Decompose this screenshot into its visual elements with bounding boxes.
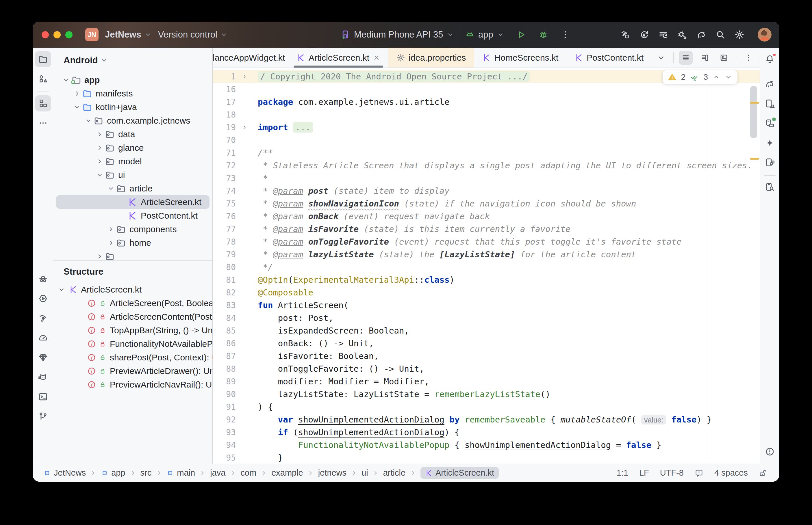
- profiler-gauge-button[interactable]: [35, 330, 51, 346]
- chevron-down-icon[interactable]: [94, 170, 105, 180]
- project-folder-button[interactable]: [35, 51, 51, 67]
- breadcrumb-JetNews[interactable]: JetNews: [43, 468, 86, 478]
- tree-item-ArticleScreen.kt[interactable]: ArticleScreen.kt: [56, 195, 209, 209]
- code-area[interactable]: 1/ Copyright 2020 The Android Open Sourc…: [213, 68, 760, 464]
- breadcrumb-app[interactable]: app: [101, 468, 125, 478]
- gutter[interactable]: 86: [213, 337, 254, 350]
- app-quality-insights-button[interactable]: [35, 271, 51, 287]
- logcat-cat-button[interactable]: [35, 369, 51, 385]
- status-utf-8[interactable]: UTF-8: [660, 468, 684, 478]
- build-hammer-tool-button[interactable]: [35, 310, 51, 326]
- chevron-right-icon[interactable]: [72, 88, 82, 99]
- code-line-16[interactable]: 16: [213, 83, 760, 95]
- tree-item-kotlin+java[interactable]: kotlin+java: [56, 100, 209, 114]
- gutter[interactable]: 93: [213, 426, 254, 439]
- chevron-right-icon[interactable]: [94, 142, 105, 153]
- tab-PostContent.kt[interactable]: PostContent.kt: [566, 48, 652, 68]
- lock-open-status-icon[interactable]: [759, 469, 768, 477]
- chevron-right-icon[interactable]: [94, 251, 105, 261]
- zoom-window-button[interactable]: [65, 31, 73, 39]
- build-hammer-icon[interactable]: [620, 30, 630, 40]
- device-mirroring-button[interactable]: [762, 154, 778, 171]
- code-line-73[interactable]: 73 *: [213, 172, 760, 184]
- gutter[interactable]: 94: [213, 439, 254, 451]
- services-hexagon-play-button[interactable]: [35, 290, 51, 307]
- tab-idea.properties[interactable]: idea.properties: [388, 48, 474, 68]
- structure-item[interactable]: fsharePost(Post, Context): Un: [53, 350, 212, 364]
- breadcrumb-example[interactable]: example: [271, 468, 303, 478]
- tree-item-data[interactable]: data: [56, 127, 209, 141]
- settings-gear-icon[interactable]: [735, 30, 744, 40]
- structure-squares-button[interactable]: [35, 95, 51, 111]
- code-line-95[interactable]: 95 }: [213, 451, 760, 464]
- search-icon[interactable]: [715, 30, 725, 40]
- gutter[interactable]: 90: [213, 388, 254, 401]
- more-horizontal-button[interactable]: [35, 115, 51, 131]
- inspection-bubble-icon[interactable]: [695, 469, 703, 477]
- tree-item-ui[interactable]: ui: [56, 168, 209, 182]
- code-line-19[interactable]: 19import ...: [213, 121, 760, 134]
- tree-item-PostContent.kt[interactable]: PostContent.kt: [56, 209, 209, 222]
- tree-item-model[interactable]: model: [56, 154, 209, 168]
- code-line-18[interactable]: 18: [213, 108, 760, 121]
- code-line-90[interactable]: 90 lazyListState: LazyListState = rememb…: [213, 388, 760, 401]
- gutter[interactable]: 92: [213, 413, 254, 426]
- breadcrumb-java[interactable]: java: [210, 468, 225, 478]
- structure-item[interactable]: fArticleScreen(Post, Boolean,: [53, 296, 212, 310]
- code-line-89[interactable]: 89 modifier: Modifier = Modifier,: [213, 375, 760, 388]
- code-line-80[interactable]: 80 */: [213, 261, 760, 273]
- gutter[interactable]: 87: [213, 350, 254, 362]
- chevron-right-icon[interactable]: [106, 238, 116, 248]
- code-line-83[interactable]: 83fun ArticleScreen(: [213, 299, 760, 312]
- gutter[interactable]: 76: [213, 210, 254, 223]
- project-view-selector[interactable]: Android: [53, 48, 212, 73]
- gutter[interactable]: 75: [213, 197, 254, 210]
- split-editor-button[interactable]: [698, 51, 712, 65]
- gutter[interactable]: 17: [213, 95, 254, 108]
- gutter[interactable]: 82: [213, 286, 254, 299]
- layout-inspector-button[interactable]: [762, 115, 778, 131]
- gradle-elephant-icon[interactable]: [696, 30, 706, 40]
- gutter[interactable]: 95: [213, 451, 254, 464]
- code-line-87[interactable]: 87 isFavorite: Boolean,: [213, 350, 760, 362]
- bug-attach-icon[interactable]: [677, 30, 687, 40]
- breadcrumb-src[interactable]: src: [141, 468, 152, 478]
- tree-item-clipped[interactable]: [56, 250, 209, 261]
- code-line-86[interactable]: 86 onBack: () -> Unit,: [213, 337, 760, 350]
- sync-list-icon[interactable]: [658, 30, 668, 40]
- device-selector[interactable]: Medium Phone API 35: [341, 29, 454, 40]
- tree-item-app[interactable]: app: [56, 73, 209, 87]
- previous-problem-button[interactable]: [713, 73, 720, 81]
- breadcrumb-article[interactable]: article: [383, 468, 405, 478]
- gradle-elephant-button[interactable]: [762, 76, 778, 92]
- chevron-right-icon[interactable]: [94, 129, 105, 139]
- gutter[interactable]: 1: [213, 70, 254, 83]
- tab-HomeScreens.kt[interactable]: HomeScreens.kt: [474, 48, 567, 68]
- code-line-74[interactable]: 74 * @param post (state) item to display: [213, 184, 760, 197]
- code-line-79[interactable]: 79 * @param lazyListState (state) the [L…: [213, 248, 760, 261]
- tab-ArticleScreen.kt[interactable]: ArticleScreen.kt: [289, 48, 388, 68]
- project-name-menu[interactable]: JetNews: [105, 29, 152, 40]
- gutter[interactable]: 91: [213, 401, 254, 413]
- app-inspection-diamond-button[interactable]: [35, 349, 51, 365]
- gemini-spark-button[interactable]: [762, 135, 778, 151]
- more-vert-button[interactable]: [741, 51, 755, 65]
- breadcrumb-jetnews[interactable]: jetnews: [318, 468, 346, 478]
- gutter[interactable]: 70: [213, 134, 254, 146]
- warning-stripe-mark[interactable]: [750, 158, 759, 160]
- code-line-81[interactable]: 81@OptIn(ExperimentalMaterial3Api::class…: [213, 273, 760, 286]
- run-button[interactable]: [516, 30, 526, 40]
- code-line-76[interactable]: 76 * @param onBack (event) request navig…: [213, 210, 760, 223]
- resource-manager-button[interactable]: [35, 71, 51, 87]
- chevron-right-icon[interactable]: [106, 224, 116, 235]
- code-line-78[interactable]: 78 * @param onToggleFavorite (event) req…: [213, 235, 760, 248]
- warning-stripe-mark[interactable]: [750, 102, 759, 104]
- gutter[interactable]: 74: [213, 184, 254, 197]
- chevron-down-icon[interactable]: [72, 102, 82, 112]
- status-lf[interactable]: LF: [639, 468, 649, 478]
- run-config-label[interactable]: app: [478, 29, 493, 40]
- close-window-button[interactable]: [42, 31, 49, 39]
- tree-item-manifests[interactable]: manifests: [56, 87, 209, 100]
- gutter[interactable]: 89: [213, 375, 254, 388]
- status-1-1[interactable]: 1:1: [617, 468, 628, 478]
